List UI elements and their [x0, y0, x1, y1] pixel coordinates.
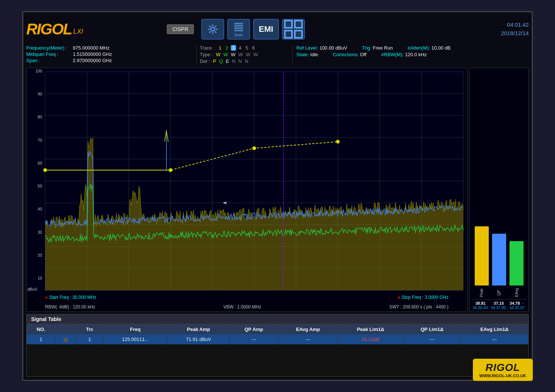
atten-value: 10.00 dB	[431, 45, 451, 51]
span-value: 2.970000000 GHz	[73, 58, 112, 63]
ref-label: Ref Level: 100.00 dBuV	[296, 45, 347, 51]
rbw-label: #RBW(M): 120.0 kHz	[381, 52, 427, 57]
type-row: Type : W W W W W W	[200, 52, 289, 57]
trace-info: Trace : 1 2 3 4 5 6 Type : W W W W W W D…	[196, 45, 293, 64]
qp-m-value: M:37.85	[491, 305, 506, 310]
eavg-m-value: M:35.07	[510, 305, 525, 310]
dbuv-label: dBuV	[27, 287, 37, 291]
cell-trc: 1	[77, 334, 103, 344]
eavg-values: 34.78 ← M:35.07	[510, 301, 525, 310]
header-icons: Scan EMI	[201, 19, 305, 40]
col-peak-lim: Peak Lim1Δ	[338, 324, 404, 334]
logo-area: RIGOL LXI	[26, 20, 104, 38]
bar-chart-area: Peak QP EAvg	[470, 68, 528, 299]
peak-m-value: M:39.94	[473, 305, 488, 310]
cell-qp-lim: ---	[403, 334, 461, 344]
cell-freq: 125.00111...	[103, 334, 168, 344]
ref-trig-row: Ref Level: 100.00 dBuV Trig: Free Run #A…	[296, 45, 525, 51]
time-display: 04:01:42	[501, 21, 529, 29]
peak-values: 38.81 M:39.94	[473, 301, 488, 310]
scan-button[interactable]: Scan	[227, 19, 250, 40]
cell-no: 1	[27, 334, 56, 344]
qp-bar-label: QP	[497, 286, 501, 299]
svg-rect-9	[295, 30, 302, 37]
right-info: Ref Level: 100.00 dBuV Trig: Free Run #A…	[293, 45, 529, 57]
midspan-value: 1.515000000 GHz	[73, 51, 112, 57]
det-5: N	[238, 58, 242, 64]
midspan-label: Midspan Freq :	[26, 51, 71, 57]
trace-4: 4	[238, 45, 243, 51]
signal-table-title: Signal Table	[27, 314, 528, 324]
marker-icon	[64, 338, 68, 342]
swt-label: SWT : 209.600 s ( pts : 4400 )	[389, 304, 448, 310]
cell-qp-amp: ---	[229, 334, 279, 344]
svg-rect-5	[234, 30, 243, 31]
grid-button[interactable]	[282, 19, 305, 40]
trace-3: 3	[231, 45, 236, 51]
type-3: W	[231, 52, 235, 57]
main-frame: RIGOL LXI CISPR Scan	[22, 11, 533, 381]
bar-values: 38.81 M:39.94 37.15 M:37.85 34.78 ← M:35…	[470, 300, 528, 311]
svg-rect-2	[234, 25, 243, 26]
col-peak-amp: Peak Amp	[168, 324, 229, 334]
info-bar: Frequency(Meter) : 875.000000 MHz Midspa…	[26, 45, 529, 65]
peak-bar	[475, 226, 489, 285]
corr-value: Off	[360, 52, 366, 57]
trig-value: Free Run	[373, 45, 393, 51]
cispr-button[interactable]: CISPR	[167, 24, 194, 34]
eavg-bar-label: EAvg	[515, 286, 519, 299]
spectrum-canvas	[27, 68, 467, 292]
trig-label: Trig: Free Run	[362, 45, 393, 51]
cell-eavg-lim: ---	[461, 334, 528, 344]
settings-button[interactable]	[201, 19, 224, 40]
type-1: W	[216, 52, 220, 57]
cell-peak-lim: 16.21dB	[338, 334, 404, 344]
type-4: W	[238, 52, 243, 57]
rbw-value: 120.0 kHz	[405, 52, 427, 57]
eavg-bar-wrapper: EAvg	[509, 241, 524, 299]
eavg-bar	[509, 241, 524, 285]
table-header-row: NO. Trc Freq Peak Amp QP Amp EAvg Amp Pe…	[27, 324, 528, 334]
stop-freq-label: ●Stop Freq : 3.0000 GHz	[398, 295, 448, 300]
freq-row: Frequency(Meter) : 875.000000 MHz	[26, 45, 196, 51]
cell-marker	[56, 334, 77, 344]
det-row: Det : P Q E N N N	[200, 58, 289, 64]
signal-table: NO. Trc Freq Peak Amp QP Amp EAvg Amp Pe…	[27, 324, 528, 344]
atten-label: #Atten(M): 10.00 dB	[408, 45, 451, 51]
table-row[interactable]: 1 1 125.00111... 71.91 dBuV --- --- 16.2…	[27, 334, 528, 344]
chart-bottom-labels: ●Start Freq : 30.000 MHz ●Stop Freq : 3.…	[27, 292, 467, 303]
col-no: NO.	[27, 324, 56, 334]
right-panel: Peak QP EAvg 38.81 M:39.94 37.15	[470, 68, 529, 312]
freq-label: Frequency(Meter) :	[26, 45, 71, 51]
midspan-row: Midspan Freq : 1.515000000 GHz	[26, 51, 196, 57]
scan-icon	[233, 21, 244, 32]
start-freq-label: ●Start Freq : 30.000 MHz	[45, 295, 96, 300]
col-freq: Freq	[103, 324, 168, 334]
rbw-bottom-label: RBW( -6dB) : 120.00 kHz	[45, 304, 95, 310]
peak-bar-label: Peak	[480, 286, 484, 299]
state-label: State: Idle	[296, 52, 318, 57]
signal-table-section: Signal Table NO. Trc Freq Peak Amp QP Am…	[26, 314, 529, 377]
det-2: Q	[219, 58, 223, 64]
cell-peak-amp: 71.91 dBuV	[168, 334, 229, 344]
ref-value: 100.00 dBuV	[319, 45, 347, 51]
peak-top-value: 38.81	[475, 301, 486, 305]
logo-rigol: RIGOL	[26, 20, 72, 38]
det-6: N	[245, 58, 248, 64]
col-qp-amp: QP Amp	[229, 324, 279, 334]
corr-label: Corrections: Off	[333, 52, 367, 57]
col-eavg-amp: EAvg Amp	[278, 324, 337, 334]
svg-rect-1	[234, 23, 243, 24]
chart-canvas-area: 100 90 80 70 60 50 40 30 20 10 dBuV	[27, 68, 467, 292]
type-6: W	[253, 52, 258, 57]
vbw-label: VBW : 1.0000 MHz	[223, 304, 261, 310]
span-row: Span : 2.970000000 GHz	[26, 58, 196, 63]
svg-rect-6	[285, 20, 292, 27]
emi-button[interactable]: EMI	[253, 19, 279, 40]
col-trc: Trc	[77, 324, 103, 334]
freq-value: 875.000000 MHz	[73, 45, 110, 51]
logo-lxi: LXI	[73, 28, 83, 36]
info-left: Frequency(Meter) : 875.000000 MHz Midspa…	[26, 45, 196, 63]
svg-rect-3	[234, 27, 243, 27]
qp-bar-wrapper: QP	[492, 234, 506, 299]
